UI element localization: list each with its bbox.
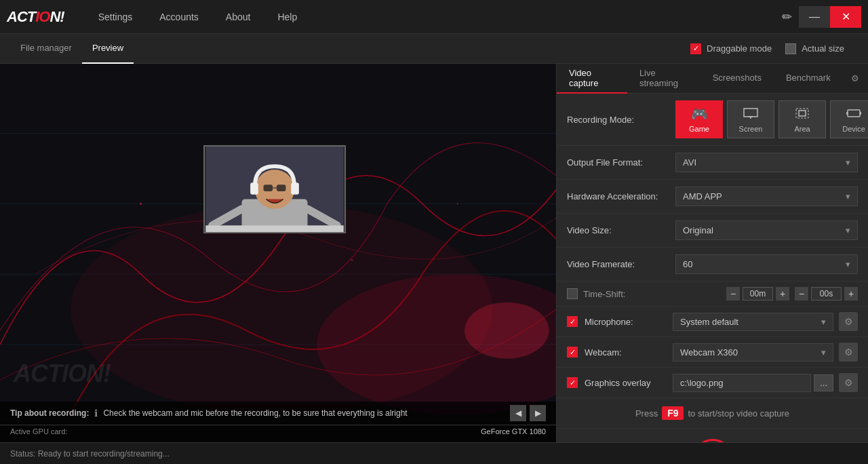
mode-game-button[interactable]: 🎮 Game <box>675 100 723 138</box>
nav-accounts[interactable]: Accounts <box>146 0 212 34</box>
svg-rect-28 <box>848 110 860 117</box>
hardware-accel-row: Hardware Acceleration: AMD APP ▾ <box>557 180 868 214</box>
panel-content: Recording Mode: 🎮 Game Screen <box>557 94 868 442</box>
microphone-settings-button[interactable]: ⚙ <box>839 312 858 331</box>
graphics-settings-button[interactable]: ⚙ <box>839 373 858 392</box>
video-size-select[interactable]: Original ▾ <box>675 220 858 240</box>
webcam-row: Webcam: Webcam X360 ▾ ⚙ <box>557 337 868 368</box>
svg-point-11 <box>457 203 458 204</box>
gpu-label: Active GPU card: <box>10 427 67 436</box>
tab-live-streaming[interactable]: Live streaming <box>627 64 701 94</box>
f9-bar: Press F9 to start/stop video capture <box>557 398 868 429</box>
nav-about[interactable]: About <box>212 0 264 34</box>
mode-screen-button[interactable]: Screen <box>727 100 774 138</box>
chevron-down-icon: ▾ <box>846 259 850 269</box>
preview-area: ACTION! Tip about recording: ℹ Check the… <box>0 64 556 442</box>
panel-settings-button[interactable]: ⚙ <box>843 64 868 94</box>
timeshift-minutes-value: 00m <box>743 287 773 301</box>
device-icon <box>846 107 861 122</box>
svg-rect-15 <box>250 182 258 194</box>
mode-area-button[interactable]: Area <box>778 100 826 138</box>
video-framerate-row: Video Framerate: 60 ▾ <box>557 248 868 282</box>
tab-preview[interactable]: Preview <box>82 34 134 64</box>
svg-rect-16 <box>291 182 299 194</box>
screen-icon <box>743 107 758 122</box>
timeshift-seconds-value: 00s <box>811 287 842 301</box>
video-size-row: Video Size: Original ▾ <box>557 214 868 248</box>
chevron-down-icon: ▾ <box>846 157 850 168</box>
tab-benchmark[interactable]: Benchmark <box>774 64 843 94</box>
draggable-mode-checkbox[interactable] <box>690 43 701 54</box>
svg-point-8 <box>140 203 142 205</box>
right-panel: Video capture Live streaming Screenshots… <box>556 64 868 442</box>
microphone-value: System default <box>680 317 738 327</box>
dots-bar <box>557 429 868 442</box>
svg-rect-29 <box>846 112 848 115</box>
gear-icon: ⚙ <box>851 73 859 83</box>
webcam-value: Webcam X360 <box>680 347 738 357</box>
actual-size-checkbox[interactable] <box>785 43 796 54</box>
hardware-accel-label: Hardware Acceleration: <box>567 191 675 201</box>
timeshift-min-increase-button[interactable]: + <box>776 287 789 301</box>
mode-screen-label: Screen <box>739 125 763 133</box>
minimize-button[interactable]: — <box>799 6 830 28</box>
record-button[interactable] <box>692 439 733 442</box>
webcam-label: Webcam: <box>585 347 673 357</box>
timeshift-minutes-control: − 00m + <box>726 287 789 301</box>
output-format-label: Output File Format: <box>567 157 675 168</box>
timeshift-checkbox[interactable] <box>567 288 578 299</box>
svg-rect-30 <box>860 112 861 115</box>
draggable-mode-label: Draggable mode <box>707 43 772 54</box>
f9-action-text: to start/stop video capture <box>688 408 789 419</box>
tip-label: Tip about recording: <box>10 408 89 418</box>
f9-key-badge: F9 <box>662 406 684 420</box>
hardware-accel-select[interactable]: AMD APP ▾ <box>675 187 858 206</box>
svg-point-7 <box>465 303 549 359</box>
gpu-bar: Active GPU card: GeForce GTX 1080 <box>0 425 556 438</box>
mode-device-button[interactable]: Device <box>830 100 868 138</box>
panel-tabs: Video capture Live streaming Screenshots… <box>557 64 868 94</box>
microphone-label: Microphone: <box>585 317 673 327</box>
microphone-select[interactable]: System default ▾ <box>673 313 833 331</box>
output-format-row: Output File Format: AVI ▾ <box>557 146 868 180</box>
svg-point-10 <box>351 259 353 261</box>
nav-settings[interactable]: Settings <box>85 0 146 34</box>
gpu-value: GeForce GTX 1080 <box>481 427 546 436</box>
svg-rect-27 <box>799 111 806 116</box>
webcam-select[interactable]: Webcam X360 ▾ <box>673 343 833 362</box>
chevron-down-icon: ▾ <box>821 347 826 357</box>
tab-file-manager[interactable]: File manager <box>10 34 82 64</box>
tab-video-capture[interactable]: Video capture <box>557 64 627 94</box>
recording-mode-label: Recording Mode: <box>567 115 675 125</box>
draggable-mode-option[interactable]: Draggable mode <box>690 43 772 54</box>
tab-screenshots[interactable]: Screenshots <box>701 64 774 94</box>
close-button[interactable]: ✕ <box>830 6 861 28</box>
timeshift-label: Time-Shift: <box>583 289 625 299</box>
graphics-overlay-checkbox[interactable] <box>567 377 578 388</box>
timeshift-seconds-control: − 00s + <box>795 287 858 301</box>
toolbar: File manager Preview Draggable mode Actu… <box>0 34 868 64</box>
status-text: Status: Ready to start recording/streami… <box>10 449 170 459</box>
video-framerate-select[interactable]: 60 ▾ <box>675 254 858 274</box>
game-icon: 🎮 <box>691 106 708 122</box>
graphics-browse-button[interactable]: ... <box>814 374 833 391</box>
output-format-select[interactable]: AVI ▾ <box>675 153 858 172</box>
timeshift-sec-decrease-button[interactable]: − <box>795 287 808 301</box>
webcam-checkbox[interactable] <box>567 347 578 357</box>
microphone-checkbox[interactable] <box>567 316 578 327</box>
chevron-down-icon: ▾ <box>846 225 850 235</box>
webcam-settings-button[interactable]: ⚙ <box>839 343 858 362</box>
actual-size-option[interactable]: Actual size <box>785 43 844 54</box>
tip-prev-button[interactable]: ◀ <box>510 405 526 421</box>
mode-device-label: Device <box>842 125 865 133</box>
timeshift-min-decrease-button[interactable]: − <box>726 287 740 301</box>
chevron-down-icon: ▾ <box>846 191 850 201</box>
webcam-overlay[interactable] <box>203 145 346 233</box>
timeshift-sec-increase-button[interactable]: + <box>844 287 858 301</box>
graphics-path-value: c:\logo.png <box>680 378 724 388</box>
pin-icon[interactable]: ✏ <box>782 9 792 24</box>
nav-help[interactable]: Help <box>264 0 311 34</box>
tip-next-button[interactable]: ▶ <box>530 405 546 421</box>
nav-menu: Settings Accounts About Help <box>85 0 782 34</box>
window-controls: — ✕ <box>799 6 861 28</box>
